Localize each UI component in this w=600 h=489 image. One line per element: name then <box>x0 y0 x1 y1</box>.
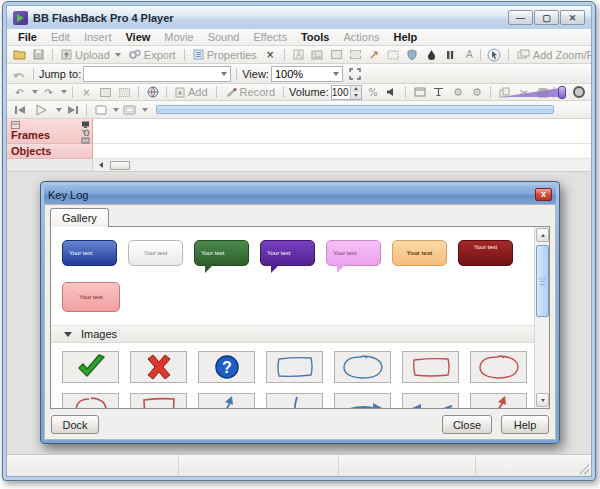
dialog-title-bar[interactable]: Key Log x <box>44 185 556 204</box>
cross-icon[interactable] <box>130 351 187 383</box>
balloon-template-purple[interactable]: Your text <box>260 240 315 266</box>
status-pane-4 <box>476 455 591 476</box>
curve-blue-icon[interactable] <box>266 393 323 408</box>
textbox-template-rose[interactable]: Your text <box>62 282 120 312</box>
sketch-rect-red-icon[interactable] <box>402 351 459 383</box>
textbox-template-white[interactable]: Your text <box>128 240 183 266</box>
objects-track[interactable] <box>93 144 591 159</box>
menu-effects: Effects <box>246 29 293 45</box>
balloon-template-pink[interactable]: Your text <box>326 240 381 266</box>
properties-button[interactable]: Properties <box>190 49 260 61</box>
key-log-dialog: Key Log x Gallery Your text Your text Yo… <box>40 181 560 444</box>
delete-frames-icon: × <box>78 85 95 99</box>
zoom-settings-icon: ⚙ <box>449 85 466 99</box>
minimize-button[interactable]: — <box>508 10 533 25</box>
maximize-button[interactable]: ▢ <box>534 10 559 25</box>
close-button[interactable]: ✕ <box>560 10 585 25</box>
arrow-left-blue-icon[interactable] <box>402 393 459 408</box>
crop-frames-icon <box>116 85 133 99</box>
scroll-up-icon[interactable] <box>536 228 549 242</box>
timeline-frames-header[interactable]: Frames <box>7 119 93 144</box>
pause-icon <box>442 48 459 62</box>
sketch-ellipse-blue-icon[interactable] <box>334 351 391 383</box>
toolbar-main: Upload Export Properties × A A <box>7 46 591 64</box>
redo-icon[interactable]: ↷ <box>40 85 57 99</box>
delete-icon[interactable]: × <box>262 48 279 62</box>
frame-next-icon[interactable] <box>121 103 138 117</box>
dialog-close-button[interactable]: x <box>535 188 552 201</box>
question-icon[interactable]: ? <box>198 351 255 383</box>
images-section-header[interactable]: Images <box>51 325 534 343</box>
sketch-rect-blue-icon[interactable] <box>266 351 323 383</box>
frame-prev-icon[interactable] <box>92 103 109 117</box>
frames-track[interactable] <box>93 119 591 144</box>
hscroll-left-icon[interactable] <box>93 160 108 171</box>
seek-bar[interactable] <box>156 105 554 114</box>
arrow-right-blue-icon[interactable] <box>334 393 391 408</box>
textbox-row-2: Your text <box>51 266 534 312</box>
view-label: View: <box>242 68 269 80</box>
volume-stepper[interactable]: 100 <box>331 85 363 100</box>
arrow-up-blue-icon[interactable] <box>198 393 255 408</box>
hscroll-thumb[interactable] <box>110 161 130 170</box>
help-button[interactable]: Help <box>501 415 549 434</box>
menu-view[interactable]: View <box>118 29 157 45</box>
tab-gallery[interactable]: Gallery <box>50 208 109 227</box>
record-button: Record <box>222 86 278 98</box>
gallery-scroll-thumb[interactable] <box>536 245 549 317</box>
image-icon <box>309 48 326 62</box>
highlight-icon <box>328 48 345 62</box>
jump-to-combobox[interactable] <box>83 66 231 82</box>
check-icon[interactable] <box>62 351 119 383</box>
dialog-close-action-button[interactable]: Close <box>442 415 492 434</box>
menu-tools[interactable]: Tools <box>294 29 337 45</box>
view-zoom-combobox[interactable]: 100% <box>271 66 343 82</box>
textbox-template-orange[interactable]: Your text <box>392 240 447 266</box>
go-to-start-button[interactable] <box>11 103 28 117</box>
sketch-ellipse-red-icon[interactable] <box>470 351 527 383</box>
menu-file[interactable]: File <box>11 29 44 45</box>
app-icon <box>13 11 28 25</box>
speed-slider[interactable] <box>561 86 566 99</box>
jump-back-icon <box>11 67 28 81</box>
images-row-1: ? <box>51 343 534 383</box>
arrow-tool-icon <box>366 48 383 62</box>
select-mode-icon[interactable] <box>486 48 503 62</box>
go-to-end-button[interactable] <box>64 103 81 117</box>
collapse-arrow-icon <box>64 332 72 337</box>
sketch-circle-red-icon[interactable] <box>62 393 119 408</box>
balloon-template-green[interactable]: Your text <box>194 240 249 266</box>
timeline-hscrollbar[interactable] <box>7 159 591 172</box>
export-button[interactable]: Export <box>126 49 179 61</box>
speaker-icon[interactable] <box>383 85 400 99</box>
upload-button[interactable]: Upload <box>58 49 124 61</box>
percent-icon: % <box>364 85 381 99</box>
dock-button[interactable]: Dock <box>51 415 99 434</box>
textbox-template-darkred[interactable]: Your text <box>458 240 513 266</box>
scroll-down-icon[interactable] <box>536 393 549 407</box>
mouse-track-icon <box>81 129 90 136</box>
effects-globe-icon[interactable] <box>144 85 161 99</box>
gallery-vscrollbar[interactable] <box>534 227 549 408</box>
dialog-buttons: Dock Close Help <box>51 415 549 434</box>
speed-reset-icon[interactable] <box>570 85 587 99</box>
toolbar-edit: ↶ ↷ × Add Record Volume: 100 % ⚙ <box>7 84 591 101</box>
menu-sound: Sound <box>201 29 247 45</box>
open-file-icon[interactable] <box>11 48 28 62</box>
speed-slider-handle[interactable] <box>558 86 566 99</box>
play-button[interactable] <box>30 103 52 117</box>
gallery-panel: Your text Your text Your text Your text … <box>50 226 550 409</box>
screen-track-icon <box>81 121 90 128</box>
fullscreen-icon[interactable] <box>345 67 365 81</box>
sketch-rect-red-2-icon[interactable] <box>130 393 187 408</box>
watermark-icon <box>404 48 421 62</box>
undo-icon[interactable]: ↶ <box>11 85 28 99</box>
timeline-objects-header[interactable]: Objects <box>7 144 93 159</box>
zoom-settings-2-icon: ⚙ <box>468 85 485 99</box>
status-pane-3 <box>339 455 476 476</box>
arrow-up-red-icon[interactable] <box>470 393 527 408</box>
frame-icon <box>385 48 402 62</box>
menu-help[interactable]: Help <box>387 29 425 45</box>
toolbar-playback <box>7 101 591 119</box>
textbox-template-blue[interactable]: Your text <box>62 240 117 266</box>
